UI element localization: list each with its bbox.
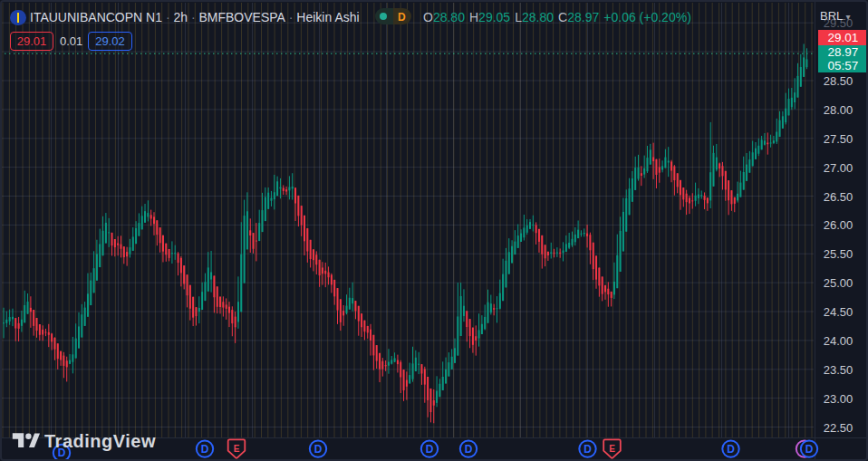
svg-text:D: D <box>426 443 434 456</box>
svg-text:D: D <box>583 443 592 456</box>
svg-text:E: E <box>609 444 615 454</box>
svg-text:D: D <box>314 443 323 456</box>
svg-text:D: D <box>465 443 473 456</box>
svg-text:D: D <box>727 443 735 456</box>
svg-text:D: D <box>201 443 209 456</box>
svg-text:E: E <box>234 444 240 454</box>
svg-text:D: D <box>805 443 814 456</box>
